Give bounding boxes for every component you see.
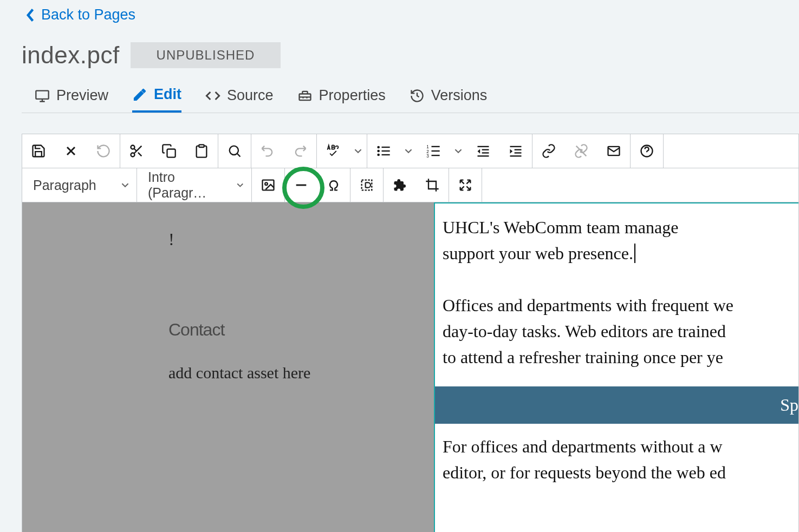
horizontal-rule-button[interactable] — [285, 168, 317, 202]
redo-button[interactable] — [284, 134, 316, 168]
paste-button[interactable] — [185, 134, 218, 168]
link-icon — [541, 143, 556, 159]
editable-region[interactable]: UHCL's WebComm team manage support your … — [434, 202, 798, 532]
svg-rect-17 — [432, 155, 440, 156]
svg-point-2 — [131, 153, 135, 157]
copy-button[interactable] — [153, 134, 185, 168]
spellcheck-button[interactable] — [317, 134, 349, 168]
svg-point-6 — [377, 146, 380, 149]
mailto-button[interactable] — [597, 134, 630, 168]
content-line: For offices and departments without a w — [443, 434, 798, 459]
copy-icon — [161, 143, 177, 159]
block-format-select[interactable]: Paragraph — [22, 168, 137, 202]
svg-rect-21 — [478, 155, 489, 156]
tab-versions[interactable]: Versions — [410, 86, 488, 113]
numbered-list-menu[interactable] — [450, 134, 467, 168]
svg-rect-3 — [167, 149, 176, 157]
tab-label: Source — [227, 87, 274, 104]
numbered-list-button[interactable]: 123 — [417, 134, 450, 168]
svg-rect-9 — [382, 147, 390, 148]
chevron-down-icon — [121, 181, 129, 189]
tab-label: Versions — [431, 87, 488, 104]
svg-rect-22 — [510, 146, 522, 147]
code-icon — [205, 88, 220, 103]
svg-rect-15 — [432, 146, 440, 147]
clipboard-icon — [194, 143, 209, 159]
image-icon — [261, 178, 276, 193]
chevron-left-icon — [26, 8, 36, 23]
tab-properties[interactable]: Properties — [297, 86, 386, 113]
svg-rect-19 — [482, 149, 489, 150]
tab-source[interactable]: Source — [205, 86, 274, 113]
back-to-pages-link[interactable]: Back to Pages — [22, 0, 799, 34]
tab-edit[interactable]: Edit — [132, 86, 181, 113]
find-button[interactable] — [218, 134, 251, 168]
svg-rect-24 — [515, 152, 522, 153]
search-icon — [227, 143, 242, 159]
page-filename: index.pcf — [22, 42, 120, 69]
svg-point-1 — [131, 146, 135, 149]
chevron-down-icon — [354, 147, 362, 155]
history-icon — [410, 88, 425, 103]
svg-text:3: 3 — [426, 154, 429, 159]
numbered-list-icon: 123 — [426, 143, 441, 159]
chevron-down-icon — [405, 147, 412, 155]
chevron-down-icon — [237, 181, 244, 189]
tab-label: Properties — [319, 87, 386, 104]
hr-icon — [294, 178, 309, 193]
content-line: UHCL's WebComm team manage — [443, 214, 798, 240]
special-char-button[interactable] — [317, 168, 350, 202]
svg-point-8 — [377, 154, 380, 156]
monitor-icon — [35, 88, 50, 103]
contact-heading: Contact — [168, 320, 434, 340]
content-line: Offices and departments with frequent we — [443, 292, 798, 318]
tab-preview[interactable]: Preview — [35, 86, 108, 113]
spellcheck-icon — [326, 143, 341, 159]
cut-button[interactable] — [120, 134, 153, 168]
close-button[interactable] — [55, 134, 87, 168]
crop-icon — [425, 178, 440, 193]
envelope-icon — [606, 143, 621, 159]
pencil-icon — [132, 87, 147, 102]
svg-rect-16 — [432, 150, 440, 152]
save-button[interactable] — [22, 134, 55, 168]
select-all-button[interactable] — [350, 168, 383, 202]
svg-rect-20 — [482, 152, 489, 153]
svg-point-7 — [377, 150, 380, 153]
tab-label: Edit — [154, 86, 181, 103]
svg-rect-0 — [36, 90, 48, 98]
indent-icon — [508, 143, 523, 159]
bullet-list-button[interactable] — [367, 134, 400, 168]
svg-rect-11 — [382, 154, 390, 155]
revert-icon — [96, 143, 111, 159]
section-heading-bar: Sp — [435, 386, 798, 424]
asset-button[interactable] — [416, 168, 449, 202]
outdent-button[interactable] — [467, 134, 499, 168]
chevron-down-icon — [454, 147, 462, 155]
spellcheck-menu[interactable] — [349, 134, 367, 168]
unlink-button[interactable] — [565, 134, 597, 168]
svg-rect-10 — [382, 150, 390, 152]
fullscreen-button[interactable] — [449, 168, 482, 202]
style-format-select[interactable]: Intro (Paragr… — [137, 168, 252, 202]
outdent-icon — [476, 143, 491, 159]
content-line: day-to-day tasks. Web editors are traine… — [443, 318, 798, 344]
content-line: to attend a refresher training once per … — [443, 344, 798, 370]
unlink-icon — [574, 143, 589, 159]
svg-rect-4 — [199, 145, 204, 147]
svg-rect-25 — [510, 155, 522, 156]
undo-button[interactable] — [251, 134, 284, 168]
svg-point-5 — [230, 146, 238, 155]
link-button[interactable] — [532, 134, 565, 168]
insert-image-button[interactable] — [252, 168, 284, 202]
svg-rect-23 — [515, 149, 522, 150]
indent-button[interactable] — [499, 134, 532, 168]
omega-icon — [326, 178, 341, 193]
bullet-list-menu[interactable] — [400, 134, 417, 168]
help-button[interactable] — [631, 134, 663, 168]
back-link-label: Back to Pages — [41, 6, 135, 23]
editor-canvas[interactable]: ! Contact add contact asset here UHCL's … — [22, 202, 798, 532]
snippet-button[interactable] — [384, 168, 416, 202]
revert-button[interactable] — [87, 134, 120, 168]
svg-rect-18 — [478, 146, 489, 147]
